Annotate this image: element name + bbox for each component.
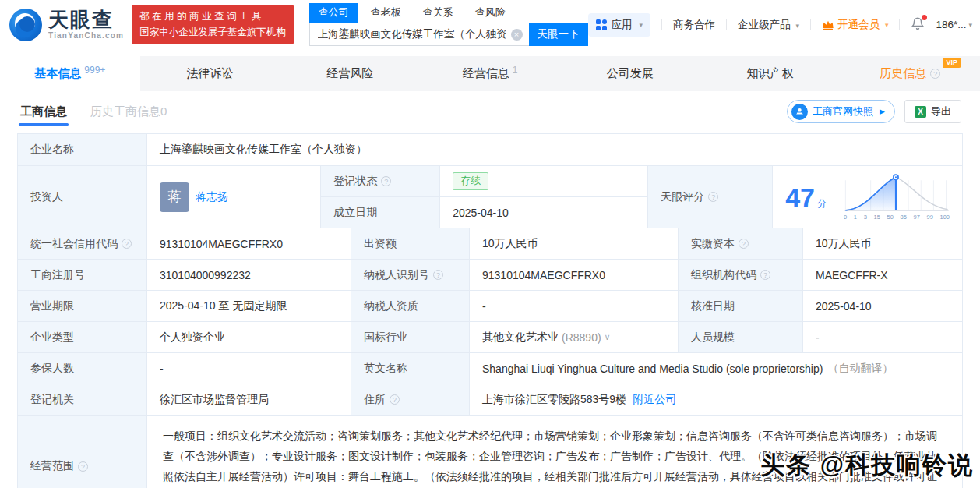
score-axis-labels: 01 315 5085 9799 100: [844, 213, 950, 221]
field-value-establish-date: 2025-04-10: [439, 197, 647, 228]
menu-cooperation[interactable]: 商务合作: [673, 18, 715, 32]
field-label-english-name: 英文名称: [351, 353, 469, 384]
search-tab-company[interactable]: 查公司: [309, 3, 358, 23]
subtab-business-info[interactable]: 工商信息: [19, 94, 69, 130]
help-icon[interactable]: ?: [760, 270, 770, 280]
field-label-capital: 出资额: [351, 228, 469, 259]
investor-link[interactable]: 蒋志扬: [196, 190, 228, 204]
subtab-history-business-info[interactable]: 历史工商信息0: [89, 94, 168, 130]
caret-down-icon: ▾: [640, 21, 643, 29]
help-icon[interactable]: ?: [381, 176, 391, 186]
field-value-insured: -: [146, 353, 351, 384]
tianyancha-eye-icon: [9, 9, 42, 41]
tab-operation-risk[interactable]: 经营风险: [280, 56, 420, 91]
apps-menu[interactable]: 应用 ▾: [588, 13, 651, 37]
notification-dot: [922, 15, 927, 20]
tab-intellectual-property[interactable]: 知识产权: [700, 56, 841, 91]
tab-operation-info[interactable]: 经营信息 1: [420, 56, 560, 91]
field-label-score: 天眼评分 ?: [647, 166, 772, 228]
tab-history-info[interactable]: 历史信息 ? VIP: [840, 56, 980, 91]
help-icon[interactable]: ?: [122, 239, 132, 249]
main-tabbar: 基本信息 999+ 法律诉讼 经营风险 经营信息 1 公司发展 知识产权 历史信…: [0, 56, 980, 91]
field-value-paid-capital: 10万人民币: [802, 228, 962, 259]
field-label-staff-size: 人员规模: [678, 322, 802, 352]
apps-grid-icon: [596, 19, 607, 30]
chevron-down-icon[interactable]: ∨: [605, 332, 611, 342]
sub-toolbar: 工商信息 历史工商信息0 工商官网快照 ▶ X 导出: [0, 91, 980, 132]
search-tab-risk[interactable]: 查风险: [466, 3, 515, 23]
tab-legal[interactable]: 法律诉讼: [140, 56, 280, 91]
help-icon[interactable]: ?: [433, 270, 443, 280]
field-value-score: 47 分: [772, 166, 962, 228]
field-label-company-type: 企业类型: [18, 322, 146, 352]
field-value-taxpayer-quality: -: [469, 291, 678, 321]
field-label-reg-status: 登记状态 ?: [321, 166, 439, 196]
field-value-industry: 其他文化艺术业 (R8890) ∨: [469, 322, 678, 352]
nearby-companies-link[interactable]: 附近公司: [633, 393, 676, 407]
help-icon[interactable]: ?: [78, 461, 88, 472]
investor-avatar[interactable]: 蒋: [160, 182, 189, 212]
help-icon[interactable]: ?: [390, 394, 400, 405]
help-icon[interactable]: ?: [708, 192, 718, 202]
tab-company-development[interactable]: 公司发展: [560, 56, 700, 91]
export-label: 导出: [931, 104, 951, 118]
caret-down-icon: ▾: [795, 22, 799, 30]
field-value-address: 上海市徐汇区零陵路583号9楼 附近公司: [469, 384, 962, 415]
company-info-table: 企业名称 上海鎏麒映画文化传媒工作室（个人独资） 投资人 蒋 蒋志扬 登记状态 …: [17, 133, 963, 488]
tab-basic-info[interactable]: 基本信息 999+: [0, 56, 140, 91]
field-label-establish-date: 成立日期: [321, 197, 439, 228]
caret-down-icon: ▾: [968, 21, 972, 29]
search-tab-boss[interactable]: 查老板: [361, 3, 411, 23]
brand-domain: TianYanCha.com: [48, 32, 124, 40]
field-label-taxpayer-id: 纳税人识别号 ?: [351, 260, 469, 290]
watermark: 头条 @科技响铃说: [760, 449, 974, 482]
tianyancha-logo[interactable]: 天眼查 TianYanCha.com: [9, 9, 124, 41]
field-label-business-term: 营业期限: [18, 291, 146, 321]
tab-label: 历史信息: [880, 66, 926, 81]
score-number: 47: [785, 184, 815, 210]
field-label-industry: 国标行业: [351, 322, 469, 352]
export-button[interactable]: X 导出: [904, 100, 961, 123]
notifications-bell[interactable]: [911, 16, 925, 33]
divider: [726, 19, 727, 30]
field-label-business-scope: 经营范围 ?: [18, 416, 146, 488]
field-label-org-code: 组织机构代码 ?: [678, 260, 802, 290]
field-label-address: 住所 ?: [351, 384, 469, 415]
field-value-reg-no: 310104000992232: [146, 260, 351, 290]
tab-label: 知识产权: [746, 66, 793, 81]
field-label-approve-date: 核准日期: [678, 291, 802, 321]
search-button[interactable]: 天眼一下: [529, 23, 588, 46]
field-value-org-code: MAEGCFFR-X: [802, 260, 962, 290]
slogan-banner: 都 在 用 的 商 业 查 询 工 具 国家中小企业发展子基金旗下机构: [132, 5, 294, 44]
header-menu: 应用 ▾ 商务合作 企业级产品 ▾ 开通会员 ▾ 186*...: [588, 13, 972, 37]
official-snapshot-button[interactable]: 工商官网快照 ▶: [787, 100, 895, 123]
field-value-capital: 10万人民币: [469, 228, 678, 259]
field-label-insured: 参保人数: [18, 353, 146, 384]
field-value-company-name: 上海鎏麒映画文化传媒工作室（个人独资）: [146, 134, 962, 165]
slogan-line2: 国家中小企业发展子基金旗下机构: [139, 25, 286, 40]
crown-icon: [822, 19, 834, 30]
divider: [661, 19, 662, 30]
field-label-taxpayer-quality: 纳税人资质: [351, 291, 469, 321]
search-tabs: 查公司 查老板 查关系 查风险: [309, 3, 588, 23]
vip-badge: VIP: [943, 58, 962, 68]
header: 天眼查 TianYanCha.com 都 在 用 的 商 业 查 询 工 具 国…: [0, 0, 980, 49]
search-tab-relation[interactable]: 查关系: [414, 3, 463, 23]
enterprise-label: 企业级产品: [738, 19, 791, 30]
clear-search-icon[interactable]: ×: [511, 29, 523, 41]
menu-enterprise[interactable]: 企业级产品 ▾: [738, 18, 799, 32]
vip-upgrade-link[interactable]: 开通会员 ▾: [822, 18, 889, 32]
help-icon[interactable]: ?: [739, 239, 749, 249]
user-account-menu[interactable]: 186*... ▾: [936, 19, 972, 30]
field-value-english-name: Shanghai Liuqi Yinghua Culture and Media…: [469, 353, 962, 384]
caret-down-icon: ▾: [885, 21, 889, 29]
tab-count: 1: [513, 65, 518, 76]
help-icon[interactable]: ?: [930, 69, 940, 79]
tab-label: 经营风险: [326, 66, 373, 81]
user-phone: 186*...: [936, 19, 966, 30]
tab-label: 基本信息: [34, 66, 81, 81]
field-label-investor: 投资人: [18, 166, 146, 228]
search-input[interactable]: [310, 23, 529, 45]
nested-status-block: 登记状态 ? 存续 成立日期 2025-04-10: [320, 166, 647, 228]
field-label-reg-authority: 登记机关: [18, 384, 146, 415]
